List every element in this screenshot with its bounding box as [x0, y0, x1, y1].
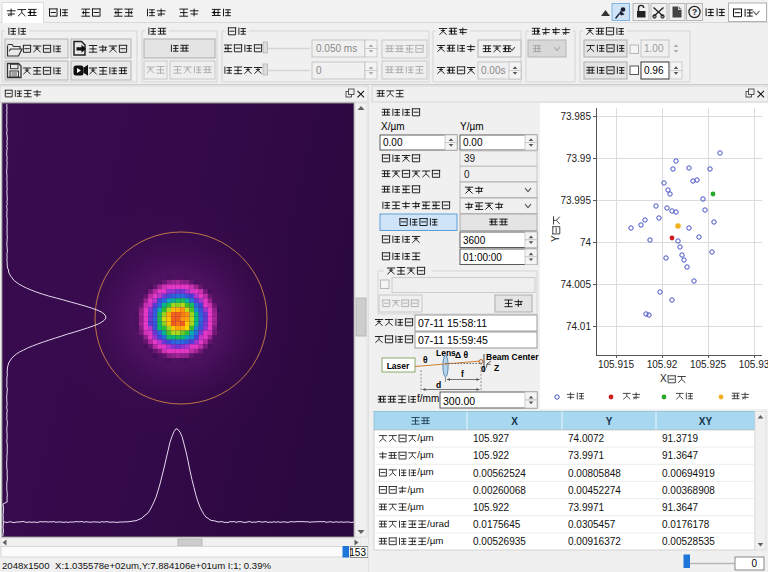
svg-text:/urad: /urad [427, 518, 449, 529]
svg-text:0.00694919: 0.00694919 [662, 468, 715, 479]
svg-text:105.922: 105.922 [473, 502, 510, 513]
svg-text:0: 0 [751, 558, 757, 569]
svg-text:73.985: 73.985 [560, 111, 591, 122]
svg-text:Z: Z [494, 363, 499, 373]
svg-text:91.3647: 91.3647 [662, 450, 699, 461]
svg-text:105.927: 105.927 [473, 433, 510, 444]
svg-text:0.96: 0.96 [644, 65, 664, 76]
svg-text:Y: Y [550, 235, 561, 242]
svg-text:Y/µm: Y/µm [460, 121, 484, 132]
svg-text:73.995: 73.995 [560, 195, 591, 206]
svg-text:XY: XY [699, 416, 713, 427]
svg-text:/µm: /µm [407, 484, 424, 495]
svg-text:0.00562524: 0.00562524 [473, 468, 526, 479]
svg-text:39: 39 [464, 153, 476, 164]
svg-text:Beam Center: Beam Center [486, 352, 539, 362]
svg-text:91.3647: 91.3647 [662, 502, 699, 513]
svg-text:/µm: /µm [427, 535, 444, 546]
svg-text:73.99: 73.99 [566, 153, 591, 164]
svg-text:Laser: Laser [387, 361, 410, 371]
svg-text:?: ? [692, 7, 697, 17]
svg-text:θ: θ [423, 355, 428, 365]
svg-text:74: 74 [580, 237, 592, 248]
svg-text:0: 0 [464, 169, 470, 180]
svg-text:0.00: 0.00 [383, 137, 403, 148]
svg-text:74.01: 74.01 [566, 321, 591, 332]
svg-text:2048x1500: 2048x1500 [2, 560, 49, 571]
svg-text:1.00: 1.00 [644, 43, 664, 54]
svg-text:105.925: 105.925 [690, 359, 727, 370]
svg-text:105.915: 105.915 [598, 359, 635, 370]
svg-text:105.93: 105.93 [739, 359, 768, 370]
svg-text:f: f [461, 369, 464, 379]
svg-text:0.00452274: 0.00452274 [568, 485, 621, 496]
svg-text:0.050 ms: 0.050 ms [316, 43, 357, 54]
svg-text:/µm: /µm [417, 449, 434, 460]
svg-text:0.00805848: 0.00805848 [568, 468, 621, 479]
svg-text:300.00: 300.00 [443, 395, 475, 407]
svg-text:74.005: 74.005 [560, 279, 591, 290]
svg-text:0.00s: 0.00s [481, 65, 505, 76]
svg-text:73.9971: 73.9971 [568, 502, 605, 513]
svg-text:91.3719: 91.3719 [662, 433, 699, 444]
svg-text:01:00:00: 01:00:00 [463, 252, 502, 263]
svg-text:0.0305457: 0.0305457 [568, 519, 616, 530]
svg-text:07-11 15:58:11: 07-11 15:58:11 [418, 317, 487, 329]
svg-text:Y: Y [606, 416, 613, 427]
svg-text:0.00260068: 0.00260068 [473, 485, 526, 496]
svg-text:/µm: /µm [417, 432, 434, 443]
svg-text:0.00528535: 0.00528535 [662, 536, 715, 547]
svg-text:X:1.035578e+02um,Y:7.884106e+0: X:1.035578e+02um,Y:7.884106e+01um I:1; 0… [55, 560, 272, 571]
svg-text:f/mm: f/mm [417, 393, 439, 404]
svg-text:d: d [436, 380, 441, 390]
svg-text:105.922: 105.922 [473, 450, 510, 461]
svg-text:0.00: 0.00 [463, 137, 483, 148]
svg-text:07-11 15:59:45: 07-11 15:59:45 [418, 334, 488, 346]
svg-text:/µm: /µm [417, 466, 434, 477]
svg-text:153: 153 [349, 547, 366, 558]
svg-text:0.0176178: 0.0176178 [662, 519, 710, 530]
svg-text:X/µm: X/µm [381, 121, 405, 132]
svg-text:0: 0 [316, 65, 322, 76]
svg-text:X: X [511, 416, 518, 427]
svg-text:73.9971: 73.9971 [568, 450, 605, 461]
svg-text:X: X [660, 373, 667, 384]
svg-text:74.0072: 74.0072 [568, 433, 605, 444]
svg-text:/µm: /µm [407, 501, 424, 512]
svg-text:3600: 3600 [463, 235, 486, 246]
svg-text:Δ θ: Δ θ [455, 350, 468, 360]
svg-text:0: 0 [481, 364, 486, 374]
svg-text:0.00916372: 0.00916372 [568, 536, 621, 547]
svg-text:0.0175645: 0.0175645 [473, 519, 521, 530]
svg-text:0.00526935: 0.00526935 [473, 536, 526, 547]
svg-text:0.00368908: 0.00368908 [662, 485, 715, 496]
svg-text:105.92: 105.92 [647, 359, 678, 370]
